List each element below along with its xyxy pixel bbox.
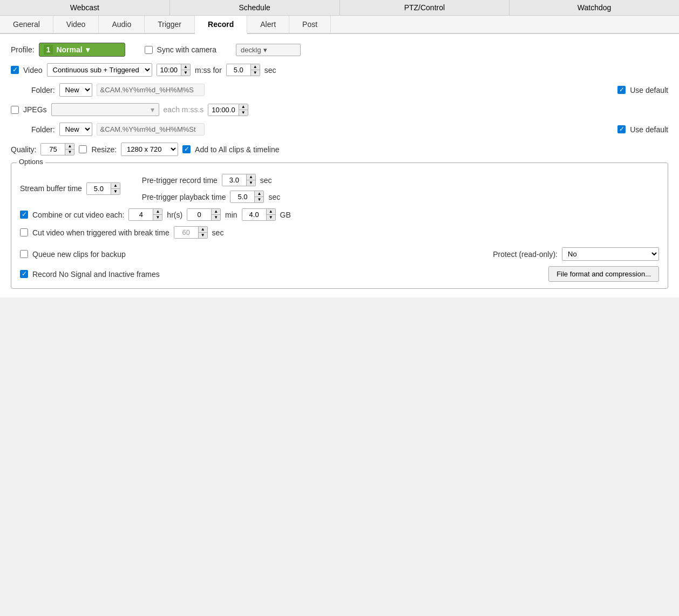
combine-hr-up[interactable]: ▲ — [153, 209, 162, 215]
combine-hr-spinner[interactable]: 4 ▲ ▼ — [128, 208, 162, 221]
pretrigger-area: Pre-trigger record time 3.0 ▲ ▼ sec Pre-… — [142, 174, 280, 203]
cut-triggered-value: 60 — [174, 227, 199, 238]
jpegs-checkbox[interactable] — [11, 106, 19, 114]
pretrigger-playback-value: 5.0 — [230, 191, 255, 202]
sync-camera-label: Sync with camera — [157, 45, 216, 54]
pretrigger-playback-spinner[interactable]: 5.0 ▲ ▼ — [230, 191, 264, 203]
combine-label: Combine or cut video each: — [32, 211, 124, 219]
combine-min-spinner[interactable]: 0 ▲ ▼ — [187, 208, 221, 221]
jpegs-duration-value: 10:00.0 — [208, 104, 239, 116]
file-format-button[interactable]: File format and compression... — [548, 266, 659, 282]
video-time-spinner[interactable]: 10:00 ▲ ▼ — [157, 64, 191, 76]
cut-triggered-down[interactable]: ▼ — [199, 233, 207, 238]
video-use-default-checkbox[interactable] — [617, 86, 626, 94]
top-nav: Webcast Schedule PTZ/Control Watchdog — [0, 0, 679, 16]
jpegs-mode-dropdown[interactable]: ▾ — [51, 103, 159, 116]
profile-dropdown[interactable]: 1 Normal ▾ — [39, 43, 125, 57]
pretrigger-record-spinner[interactable]: 3.0 ▲ ▼ — [222, 174, 256, 186]
video-folder-dropdown[interactable]: New — [59, 83, 92, 97]
top-nav-schedule[interactable]: Schedule — [170, 0, 340, 15]
video-time-down[interactable]: ▼ — [181, 70, 190, 76]
profile-name: Normal — [56, 45, 82, 54]
queue-checkbox[interactable] — [20, 250, 28, 258]
jpegs-duration-spinner[interactable]: 10:00.0 ▲ ▼ — [208, 104, 248, 116]
jpegs-folder-path: &CAM.%Y%m%d_%H%M%St — [97, 123, 205, 136]
combine-hr-down[interactable]: ▼ — [153, 215, 162, 220]
pretrigger-record-up[interactable]: ▲ — [247, 174, 255, 180]
video-duration-unit: sec — [264, 66, 276, 75]
tab-bar: General Video Audio Trigger Record Alert… — [0, 16, 679, 34]
video-mode-dropdown[interactable]: Continuous sub + Triggered Continuous Tr… — [47, 63, 152, 77]
top-nav-webcast[interactable]: Webcast — [0, 0, 170, 15]
sync-camera-checkbox[interactable] — [145, 46, 153, 54]
tab-trigger[interactable]: Trigger — [145, 16, 195, 33]
quality-label: Quality: — [11, 145, 36, 154]
cut-triggered-spinner[interactable]: 60 ▲ ▼ — [174, 226, 208, 239]
record-nosignal-label: Record No Signal and Inactive frames — [32, 270, 160, 279]
tab-video[interactable]: Video — [53, 16, 99, 33]
main-content: Profile: 1 Normal ▾ Sync with camera dec… — [0, 34, 679, 297]
options-title: Options — [17, 158, 45, 166]
pretrigger-playback-down[interactable]: ▼ — [255, 197, 263, 202]
combine-gb-spinner[interactable]: 4.0 ▲ ▼ — [242, 208, 276, 221]
combine-checkbox[interactable] — [20, 211, 28, 219]
video-duration-up[interactable]: ▲ — [251, 64, 260, 70]
tab-audio[interactable]: Audio — [99, 16, 145, 33]
sync-dropdown-chevron-icon: ▾ — [263, 46, 267, 54]
resize-dropdown[interactable]: 1280 x 720 1920 x 1080 640 x 480 — [121, 143, 178, 156]
pretrigger-playback-up[interactable]: ▲ — [255, 191, 263, 197]
video-time-unit: m:ss for — [195, 66, 222, 75]
queue-protect-row: Queue new clips for backup Protect (read… — [20, 247, 659, 261]
profile-number: 1 — [44, 45, 53, 55]
video-time-up[interactable]: ▲ — [181, 64, 190, 70]
tab-alert[interactable]: Alert — [247, 16, 289, 33]
jpegs-use-default-checkbox[interactable] — [617, 125, 626, 133]
cut-triggered-checkbox[interactable] — [20, 228, 28, 236]
cut-triggered-row: Cut video when triggered with break time… — [20, 226, 659, 239]
pretrigger-record-label: Pre-trigger record time — [142, 176, 218, 185]
video-time-value: 10:00 — [157, 64, 182, 76]
jpegs-mode-chevron-icon: ▾ — [151, 105, 154, 114]
video-checkbox[interactable] — [11, 66, 19, 74]
stream-buffer-down[interactable]: ▼ — [111, 189, 120, 194]
record-nosignal-checkbox[interactable] — [20, 270, 28, 278]
jpegs-duration-up[interactable]: ▲ — [239, 104, 248, 110]
cut-triggered-up[interactable]: ▲ — [199, 227, 207, 233]
tab-general[interactable]: General — [0, 16, 53, 33]
tab-post[interactable]: Post — [289, 16, 331, 33]
add-clips-checkbox[interactable] — [182, 145, 191, 153]
pretrigger-record-down[interactable]: ▼ — [247, 180, 255, 186]
quality-spinner[interactable]: 75 ▲ ▼ — [40, 143, 74, 155]
pretrigger-playback-label: Pre-trigger playback time — [142, 193, 226, 201]
jpegs-folder-dropdown[interactable]: New — [59, 123, 92, 136]
video-folder-path: &CAM.%Y%m%d_%H%M%S — [97, 84, 205, 96]
jpegs-duration-down[interactable]: ▼ — [239, 110, 248, 116]
add-clips-label: Add to All clips & timeline — [195, 145, 279, 154]
video-folder-label: Folder: — [31, 86, 55, 94]
stream-buffer-spinner[interactable]: 5.0 ▲ ▼ — [86, 182, 120, 195]
video-duration-spinner[interactable]: 5.0 ▲ ▼ — [226, 64, 260, 76]
combine-gb-down[interactable]: ▼ — [267, 215, 275, 220]
combine-row: Combine or cut video each: 4 ▲ ▼ hr(s) 0… — [20, 208, 659, 221]
tab-record[interactable]: Record — [195, 16, 247, 34]
resize-checkbox[interactable] — [79, 145, 87, 153]
combine-gb-unit: GB — [280, 211, 291, 219]
sync-dropdown[interactable]: decklg ▾ — [236, 44, 301, 56]
options-section: Options Stream buffer time 5.0 ▲ ▼ — [11, 163, 668, 289]
combine-min-up[interactable]: ▲ — [212, 209, 220, 215]
video-duration-value: 5.0 — [227, 64, 251, 76]
top-nav-ptz[interactable]: PTZ/Control — [340, 0, 510, 15]
profile-chevron-icon: ▾ — [86, 45, 90, 54]
quality-down[interactable]: ▼ — [65, 150, 74, 155]
video-folder-row: Folder: New &CAM.%Y%m%d_%H%M%S Use defau… — [11, 83, 668, 97]
video-duration-down[interactable]: ▼ — [251, 70, 260, 76]
stream-buffer-label: Stream buffer time — [20, 184, 82, 193]
profile-label: Profile: — [11, 45, 35, 54]
combine-gb-up[interactable]: ▲ — [267, 209, 275, 215]
top-nav-watchdog[interactable]: Watchdog — [510, 0, 679, 15]
jpegs-row: JPEGs ▾ each m:ss.s 10:00.0 ▲ ▼ — [11, 103, 668, 116]
quality-up[interactable]: ▲ — [65, 144, 74, 150]
combine-min-down[interactable]: ▼ — [212, 215, 220, 220]
stream-buffer-up[interactable]: ▲ — [111, 183, 120, 189]
protect-dropdown[interactable]: No Yes — [562, 247, 659, 261]
